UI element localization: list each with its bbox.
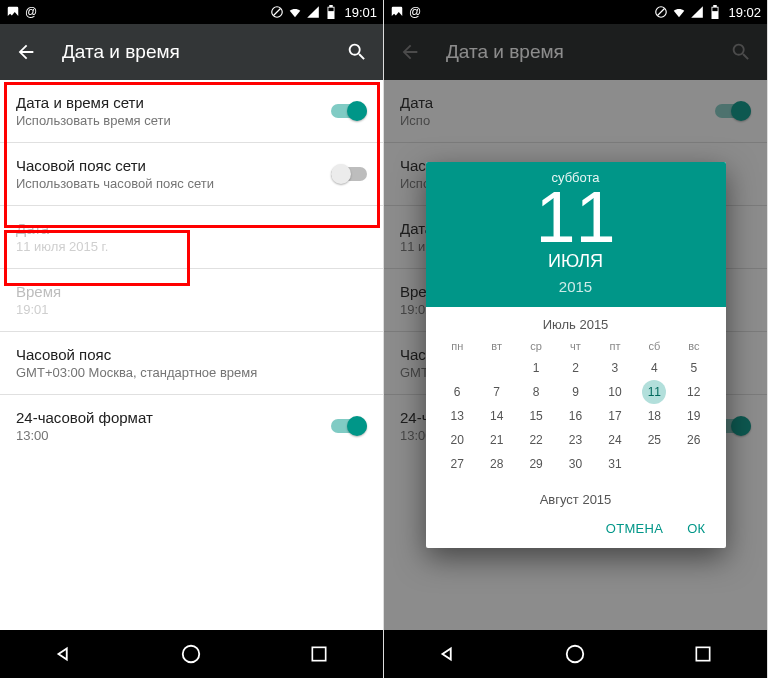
calendar-day[interactable]: 22 [516, 428, 555, 452]
svg-point-6 [567, 646, 584, 663]
calendar-day[interactable]: 26 [674, 428, 713, 452]
calendar-day[interactable]: 15 [516, 404, 555, 428]
page-title: Дата и время [446, 41, 705, 63]
calendar-day[interactable]: 2 [556, 356, 595, 380]
image-icon [390, 5, 404, 19]
item-title: Время [16, 283, 367, 300]
nav-recent-icon[interactable] [689, 640, 717, 668]
item-title: Дата [16, 220, 367, 237]
calendar-day[interactable]: 31 [595, 452, 634, 476]
calendar-day[interactable]: 11 [635, 380, 674, 404]
app-bar: Дата и время [384, 24, 767, 80]
nav-bar [384, 630, 767, 678]
item-title: Часовой пояс сети [16, 157, 331, 174]
calendar-day[interactable]: 3 [595, 356, 634, 380]
toggle-switch[interactable] [331, 164, 367, 184]
calendar-day[interactable]: 18 [635, 404, 674, 428]
no-sim-icon [654, 5, 668, 19]
signal-icon [690, 5, 704, 19]
status-bar: @ 19:01 [0, 0, 383, 24]
calendar-day[interactable]: 23 [556, 428, 595, 452]
calendar-day[interactable]: 14 [477, 404, 516, 428]
settings-item[interactable]: Часовой пояс сетиИспользовать часовой по… [0, 143, 383, 205]
no-sim-icon [270, 5, 284, 19]
toggle-switch[interactable] [331, 101, 367, 121]
nav-home-icon[interactable] [561, 640, 589, 668]
settings-item[interactable]: Часовой поясGMT+03:00 Москва, стандартно… [0, 332, 383, 394]
calendar-day[interactable]: 12 [674, 380, 713, 404]
calendar-day[interactable]: 9 [556, 380, 595, 404]
selected-day[interactable]: 11 [426, 181, 726, 253]
calendar-day[interactable]: 17 [595, 404, 634, 428]
back-icon[interactable] [14, 40, 38, 64]
svg-point-2 [183, 646, 200, 663]
battery-icon [324, 5, 338, 19]
at-icon: @ [24, 5, 38, 19]
wifi-icon [672, 5, 686, 19]
calendar-weekday: сб [635, 336, 674, 356]
cancel-button[interactable]: ОТМЕНА [606, 521, 663, 536]
item-subtitle: 19:01 [16, 302, 367, 317]
calendar-weekday: пн [438, 336, 477, 356]
calendar-day[interactable]: 16 [556, 404, 595, 428]
selected-month: ИЮЛЯ [426, 251, 726, 272]
calendar-day[interactable]: 25 [635, 428, 674, 452]
calendar-weekday: чт [556, 336, 595, 356]
search-icon [729, 40, 753, 64]
calendar-day[interactable]: 27 [438, 452, 477, 476]
calendar-day[interactable]: 4 [635, 356, 674, 380]
calendar-day[interactable]: 10 [595, 380, 634, 404]
nav-back-icon[interactable] [434, 640, 462, 668]
status-bar: @ 19:02 [384, 0, 767, 24]
settings-item: Дата11 июля 2015 г. [0, 206, 383, 268]
svg-rect-1 [329, 8, 334, 12]
item-subtitle: Использовать часовой пояс сети [16, 176, 331, 191]
item-title: 24-часовой формат [16, 409, 331, 426]
toggle-switch[interactable] [331, 416, 367, 436]
calendar-weekday: ср [516, 336, 555, 356]
calendar-day[interactable]: 7 [477, 380, 516, 404]
calendar-day[interactable]: 1 [516, 356, 555, 380]
item-subtitle: 13:00 [16, 428, 331, 443]
calendar-day[interactable]: 8 [516, 380, 555, 404]
calendar-month-title: Июль 2015 [426, 307, 726, 336]
dialog-header: суббота 11 ИЮЛЯ 2015 [426, 162, 726, 307]
calendar-day[interactable]: 29 [516, 452, 555, 476]
selected-weekday: суббота [426, 170, 726, 185]
search-icon[interactable] [345, 40, 369, 64]
calendar-day[interactable]: 24 [595, 428, 634, 452]
nav-bar [0, 630, 383, 678]
settings-list: Дата и время сетиИспользовать время сети… [0, 80, 383, 630]
ok-button[interactable]: ОК [687, 521, 705, 536]
item-title: Дата и время сети [16, 94, 331, 111]
svg-rect-7 [696, 647, 709, 660]
calendar-weekday: вт [477, 336, 516, 356]
nav-home-icon[interactable] [177, 640, 205, 668]
calendar-day[interactable]: 30 [556, 452, 595, 476]
battery-icon [708, 5, 722, 19]
phone-right: @ 19:02 Дата и время ДатаИспоЧасИспоДата… [384, 0, 768, 678]
settings-list: ДатаИспоЧасИспоДата11 иВрем19:02ЧасGMT+2… [384, 80, 767, 630]
at-icon: @ [408, 5, 422, 19]
calendar-grid: пнвтсрчтптсбвс12345678910111213141516171… [426, 336, 726, 482]
settings-item[interactable]: 24-часовой формат13:00 [0, 395, 383, 457]
status-time: 19:01 [344, 5, 377, 20]
phone-left: @ 19:01 Дата и время Дата и время сетиИс… [0, 0, 384, 678]
nav-recent-icon[interactable] [305, 640, 333, 668]
calendar-day[interactable]: 20 [438, 428, 477, 452]
wifi-icon [288, 5, 302, 19]
selected-year[interactable]: 2015 [426, 278, 726, 295]
svg-rect-5 [713, 8, 718, 12]
date-picker-dialog: суббота 11 ИЮЛЯ 2015 Июль 2015 пнвтсрчтп… [426, 162, 726, 548]
calendar-day[interactable]: 28 [477, 452, 516, 476]
calendar-month-title: Август 2015 [426, 482, 726, 511]
item-title: Часовой пояс [16, 346, 367, 363]
calendar-day[interactable]: 21 [477, 428, 516, 452]
nav-back-icon[interactable] [50, 640, 78, 668]
settings-item[interactable]: Дата и время сетиИспользовать время сети [0, 80, 383, 142]
calendar-day[interactable]: 13 [438, 404, 477, 428]
calendar-day[interactable]: 5 [674, 356, 713, 380]
calendar-day[interactable]: 6 [438, 380, 477, 404]
calendar-day[interactable]: 19 [674, 404, 713, 428]
back-icon [398, 40, 422, 64]
